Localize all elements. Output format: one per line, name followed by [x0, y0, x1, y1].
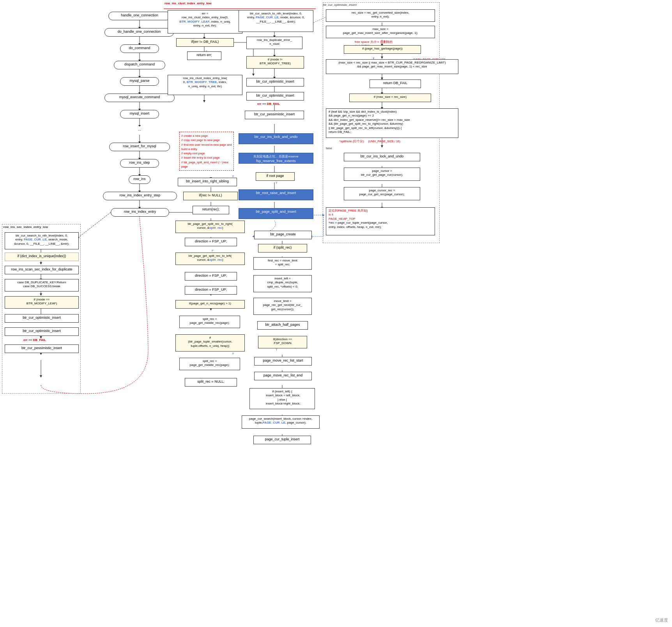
- box-first-rec-split: first_rec = move_limit= split_rec;: [253, 257, 312, 270]
- box-btr-page-split: btr_page_split_and_insert: [239, 208, 313, 219]
- box-max-size: max_size =page_get_max_insert_size_after…: [326, 26, 435, 38]
- box-btr-opt2: btr_cur_optimistic_insert: [246, 92, 304, 101]
- box-fsp-reserve: 先划定地盘占坑... 后面是reserve fsp_reserve_free_e…: [239, 153, 313, 164]
- box-direction-fsp-up1: direction = FSP_UP;: [185, 238, 237, 246]
- box-mysql-parse: mysql_parse: [120, 77, 159, 86]
- box-do-handle-one-connection: do_handle_one_connection: [104, 28, 174, 37]
- svg-text:T: T: [276, 348, 278, 351]
- box-page-cursor-rec: page_cursor_rec =page_cur_get_rec(page_c…: [344, 187, 420, 200]
- box-sec-unique: if (dict_index_is_unique(index)): [5, 253, 79, 261]
- box-page-free-note: 定位到PAGE_FREE 先开始}is itPAGE_HEAP_TOP *rec…: [326, 207, 435, 235]
- box-mysql-execute-command: mysql_execute_command: [104, 94, 175, 102]
- box-direction-fsp-up3: direction = FSP_UP;: [185, 286, 237, 295]
- box-split-rec-null: split_rec = NULL;: [185, 378, 237, 387]
- box-direction-fsp-up2: direction = FSP_UP;: [185, 272, 237, 281]
- box-split-rec-middle: split_rec =page_get_middle_rec(page);: [179, 316, 240, 328]
- box-row-ins-step: row_ins_step: [120, 159, 159, 168]
- box-if-btr-tuple-smaller: if(btr_page_tuple_smaller(cursor,tuple,o…: [175, 334, 245, 351]
- box-btr-lock-undo: btr_cur_ins_lock_and_undo: [239, 133, 313, 144]
- box-page-cursor: page_cursor =btr_cur_get_page_cur(cursor…: [344, 168, 420, 181]
- box-sec-mode: if (mode ==BTR_MODIFY_LEAF): [5, 296, 79, 309]
- box-move-limit: move_limit =page_rec_get_next(btr_cur_ge…: [253, 298, 312, 315]
- box-if-insert-left: if (insert_left) { insert_block = left_b…: [249, 388, 315, 409]
- box-clust-entry-low2: row_ins_clust_index_entry_low(0, BTR_MOD…: [168, 75, 242, 95]
- box-row-insert-for-mysql: row_insert_for_mysql: [109, 143, 170, 151]
- box-sec-case: case DB_DUPLICATE_KEY:Returncase DB_SUCC…: [5, 279, 79, 291]
- box-sec-pess: btr_cur_pessimistic_insert: [5, 344, 79, 353]
- svg-text:T: T: [276, 181, 278, 185]
- clust-section-label: row_ins_clust_index_entry_low: [164, 2, 212, 5]
- box-btr-page-create: btr_page_create: [254, 231, 312, 239]
- box-dispatch-command: dispatch_command: [114, 61, 165, 69]
- box-if-direction-fsp-down: if(direction ==FSP_DOWN: [258, 336, 307, 348]
- box-page-cur-search: page_cur_search(insert_block, cursor->in…: [242, 415, 320, 429]
- box-clust-sec-search: btr_cur_search_to_nth_level(index, 0,ent…: [239, 10, 313, 32]
- box-do-command: do_command: [120, 44, 159, 53]
- box-row-ins: row_ins: [129, 175, 150, 184]
- box-if-page-n-recs: if(page_get_n_recs(page) > 1): [175, 300, 245, 309]
- svg-text:F: F: [212, 249, 214, 253]
- box-btr-split-left: btr_page_get_split_rec_to_left(cursor, &…: [175, 253, 245, 265]
- box-btr-attach: btr_attach_half_pages: [257, 321, 308, 330]
- box-sec-search: btr_cur_search_to_nth_level(index, 0,ent…: [5, 232, 79, 249]
- watermark: 亿速度: [655, 617, 668, 623]
- box-btr-split-right: btr_page_get_split_rec_to_right(cursor, …: [175, 221, 245, 233]
- box-handle-one-connection: handle_one_connection: [108, 12, 171, 20]
- box-sec-opt1: btr_cur_optimistic_insert: [5, 314, 79, 323]
- box-insert-left: insert_left =cmp_dtuple_rec(tuple,split_…: [253, 275, 312, 292]
- diagram-container: F T T F T F F T T F T F T T (false) T F …: [0, 0, 672, 627]
- box-page-move-start: page_move_rec_list_start: [254, 357, 312, 366]
- box-if-max-rec-size: if (max_size < rec_size): [349, 94, 431, 102]
- box-clust-if-fail: if(err != DB_FAIL): [176, 38, 234, 47]
- box-clust-entry-low: err =row_ins_clust_index_entry_low(0,BTR…: [168, 10, 242, 34]
- box-clust-dup-error: row_ins_duplicate_error_n_clust: [246, 37, 302, 49]
- box-split-rec-middle2: split_rec =page_get_middle_rec(page);: [179, 358, 240, 370]
- sec-err-fail: err == DB_FAIL: [23, 338, 46, 342]
- box-page-move-end: page_move_rec_list_end: [254, 372, 312, 380]
- box-row-ins-index-entry-step: row_ins_index_entry_step: [103, 192, 177, 200]
- box-if-rec-null: if(rec != NULL): [183, 192, 238, 200]
- svg-text:F: F: [232, 352, 234, 355]
- box-clust-mode-check: if (mode !=BTR_MODIFY_TREE): [246, 56, 304, 69]
- box-if-root-page: if root page: [256, 172, 295, 181]
- box-if-page-garbage: if (page_has_garbage(page)): [344, 45, 421, 54]
- box-btr-root-raise: btr_root_raise_and_insert: [239, 189, 313, 200]
- box-rec-size: rec_size = rec_get_converted_size(index,…: [326, 9, 435, 22]
- false-note: false: [326, 147, 332, 150]
- svg-line-13: [78, 212, 111, 238]
- box-row-ins-index-entry: row_ins_index_entry: [111, 208, 169, 217]
- box-ellipsis: ...: [132, 126, 147, 135]
- sec-index-label: row_ins_sec_index_entry_low: [3, 225, 48, 229]
- box-return-db-fail: return DB_FAIL: [370, 79, 421, 88]
- box-max-size-check: (max_size < rec_size || max_size < BTR_C…: [326, 59, 458, 74]
- box-leaf-check: if (leaf && !zip_size && dict_index_is_c…: [326, 108, 458, 138]
- sec-index-section: [2, 224, 81, 394]
- box-return-rec: return(rec);: [193, 206, 229, 214]
- box-btr-pess: btr_cur_pessimistic_insert: [245, 111, 304, 119]
- box-mysql-insert: mysql_insert: [120, 110, 159, 118]
- clust-err-fail: err == DB_FAIL: [257, 102, 280, 106]
- box-btr-opt1: btr_cur_optimistic_insert: [246, 78, 304, 87]
- box-sec-scan: row_ins_scan_sec_index_for_duplicate: [5, 266, 79, 274]
- notes-box: // create a new page // copy root page t…: [179, 132, 234, 171]
- box-if-split-rec: if (split_rec): [258, 244, 307, 253]
- splitnote: ^splitNote (行个分) (UNIV_PAGE_SIZE / 16): [339, 140, 400, 143]
- box-btr-lock-undo2: btr_cur_ins_lock_and_undo: [344, 153, 420, 161]
- box-btr-insert-right: btr_insert_into_right_sibling: [178, 178, 237, 186]
- box-sec-opt2: btr_cur_optimistic_insert: [5, 327, 79, 336]
- box-clust-return-err: return err;: [187, 51, 221, 60]
- box-page-cur-tuple-insert: page_cur_tuple_insert: [253, 436, 311, 444]
